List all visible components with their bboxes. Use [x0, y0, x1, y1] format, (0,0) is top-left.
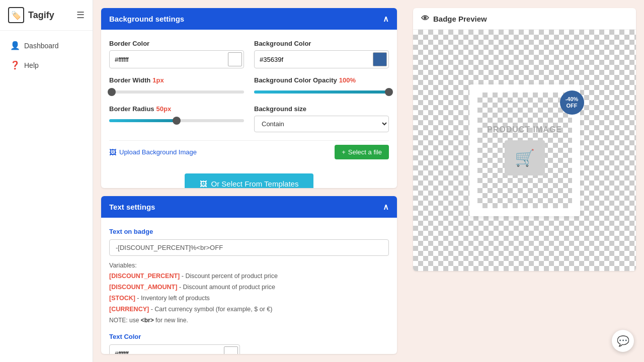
template-btn-container: 🖼 Or Select From Templates	[109, 163, 389, 188]
menu-icon[interactable]: ☰	[76, 10, 85, 21]
border-color-swatch[interactable]	[228, 52, 242, 66]
sidebar: 🏷️ Tagify ☰ 👤 Dashboard ❓ Help	[0, 0, 93, 362]
sidebar-item-help[interactable]: ❓ Help	[0, 55, 93, 75]
image-upload-icon: 🖼	[109, 148, 116, 156]
sidebar-header: 🏷️ Tagify ☰	[0, 0, 93, 31]
border-color-label: Border Color	[109, 40, 244, 47]
text-settings-card: Text settings ∧ Text on badge Variables:…	[101, 196, 397, 354]
badge-preview-header: 👁 Badge Preview	[413, 8, 636, 30]
bg-opacity-slider-wrapper	[254, 87, 389, 97]
dashboard-icon: 👤	[10, 41, 20, 50]
var-desc-currency: - Cart currency symbol (for example, $ o…	[151, 306, 273, 313]
border-width-label: Border Width1px	[109, 76, 244, 84]
bg-size-group: Background size Contain Cover Auto	[254, 105, 389, 132]
app-logo: 🏷️	[8, 7, 24, 23]
var-desc-discount-percent: - Discount percent of product price	[182, 273, 278, 280]
border-color-input[interactable]	[110, 53, 226, 66]
sidebar-item-dashboard[interactable]: 👤 Dashboard	[0, 36, 93, 55]
background-color-group: Background Color	[254, 40, 389, 68]
bg-opacity-group: Background Color Opacity100%	[254, 76, 389, 97]
upload-section: 🖼 Upload Background Image + Select a fil…	[109, 140, 389, 163]
discount-line1: -40%	[566, 96, 579, 103]
product-image-area: PRODUCT IMAGE 🛒	[477, 93, 572, 208]
bg-opacity-label: Background Color Opacity100%	[254, 76, 389, 84]
text-color-input-group	[109, 344, 240, 354]
bg-size-label: Background size	[254, 105, 389, 113]
background-settings-card: Background settings ∧ Border Color Backg…	[101, 8, 397, 188]
border-radius-value: 50px	[156, 105, 172, 113]
variable-discount-amount: [DISCOUNT_AMOUNT] - Discount amount of p…	[109, 283, 389, 292]
select-file-plus-icon: +	[342, 148, 346, 156]
text-settings-title: Text settings	[109, 203, 155, 211]
background-color-input[interactable]	[255, 53, 371, 66]
border-radius-fill	[109, 119, 177, 122]
border-radius-thumb[interactable]	[173, 117, 181, 125]
slider-row-1: Border Width1px Background Color Opacity…	[109, 76, 389, 97]
border-radius-label: Border Radius50px	[109, 105, 244, 113]
select-file-button[interactable]: + Select a file	[335, 145, 389, 159]
variables-label: Variables:	[109, 261, 389, 270]
preview-panel: 👁 Badge Preview -40% OFF PRODUCT IMAGE 🛒	[405, 0, 644, 362]
product-image-text: PRODUCT IMAGE	[487, 125, 562, 134]
template-icon: 🖼	[200, 179, 207, 188]
logo-emoji: 🏷️	[11, 11, 21, 20]
border-color-group: Border Color	[109, 40, 244, 68]
border-color-input-group	[109, 50, 244, 68]
settings-panel: Background settings ∧ Border Color Backg…	[93, 0, 405, 362]
border-radius-group: Border Radius50px	[109, 105, 244, 132]
text-settings-header: Text settings ∧	[101, 196, 397, 218]
border-width-group: Border Width1px	[109, 76, 244, 97]
chat-button[interactable]: 💬	[612, 330, 634, 352]
text-collapse-icon[interactable]: ∧	[383, 202, 389, 212]
help-icon: ❓	[10, 60, 20, 70]
upload-label-text: Upload Background Image	[119, 148, 197, 156]
text-color-subtitle: Text Color	[109, 333, 389, 340]
variable-stock: [STOCK] - Inventory left of products	[109, 294, 389, 303]
background-collapse-icon[interactable]: ∧	[383, 14, 389, 24]
select-file-label: Select a file	[348, 148, 382, 156]
app-name: Tagify	[28, 10, 54, 21]
cart-icon-area: 🛒	[505, 140, 545, 175]
product-card: -40% OFF PRODUCT IMAGE 🛒	[469, 84, 580, 216]
border-width-value: 1px	[152, 76, 164, 84]
background-color-input-group	[254, 50, 389, 68]
slider-row-2: Border Radius50px Background size Co	[109, 105, 389, 132]
background-settings-header: Background settings ∧	[101, 8, 397, 30]
var-name-discount-amount: [DISCOUNT_AMOUNT]	[109, 284, 177, 291]
color-row: Border Color Background Color	[109, 40, 389, 68]
select-template-button[interactable]: 🖼 Or Select From Templates	[185, 173, 314, 188]
bg-opacity-track	[254, 90, 389, 94]
var-name-discount-percent: [DISCOUNT_PERCENT]	[109, 273, 180, 280]
bg-opacity-value: 100%	[339, 76, 356, 84]
badge-preview-title: Badge Preview	[433, 15, 487, 23]
text-on-badge-subtitle: Text on badge	[109, 228, 389, 235]
background-color-swatch[interactable]	[373, 52, 387, 66]
text-color-input[interactable]	[110, 347, 222, 354]
bg-size-select[interactable]: Contain Cover Auto	[254, 116, 389, 132]
variables-block: Variables: [DISCOUNT_PERCENT] - Discount…	[109, 261, 389, 325]
var-name-stock: [STOCK]	[109, 295, 135, 302]
text-settings-body: Text on badge Variables: [DISCOUNT_PERCE…	[101, 218, 397, 354]
template-btn-label: Or Select From Templates	[211, 179, 299, 188]
background-color-label: Background Color	[254, 40, 389, 47]
border-radius-slider-wrapper	[109, 116, 244, 126]
text-on-badge-input[interactable]	[109, 239, 389, 256]
variable-discount-percent: [DISCOUNT_PERCENT] - Discount percent of…	[109, 272, 389, 281]
background-settings-body: Border Color Background Color	[101, 30, 397, 188]
background-settings-title: Background settings	[109, 15, 184, 23]
var-desc-discount-amount: - Discount amount of product price	[179, 284, 275, 291]
bg-opacity-thumb[interactable]	[385, 88, 393, 96]
discount-badge: -40% OFF	[560, 90, 584, 115]
chat-icon: 💬	[617, 335, 629, 347]
note-text: NOTE: use <br> for new line.	[109, 316, 389, 325]
text-color-swatch[interactable]	[224, 346, 238, 354]
eye-icon: 👁	[421, 14, 429, 23]
cart-icon: 🛒	[515, 149, 535, 167]
border-width-slider-wrapper	[109, 87, 244, 97]
upload-label[interactable]: 🖼 Upload Background Image	[109, 148, 197, 156]
main-area: Background settings ∧ Border Color Backg…	[93, 0, 644, 362]
border-width-thumb[interactable]	[108, 88, 116, 96]
border-radius-track	[109, 119, 244, 122]
sidebar-nav: 👤 Dashboard ❓ Help	[0, 31, 93, 80]
var-desc-stock: - Inventory left of products	[137, 295, 210, 302]
